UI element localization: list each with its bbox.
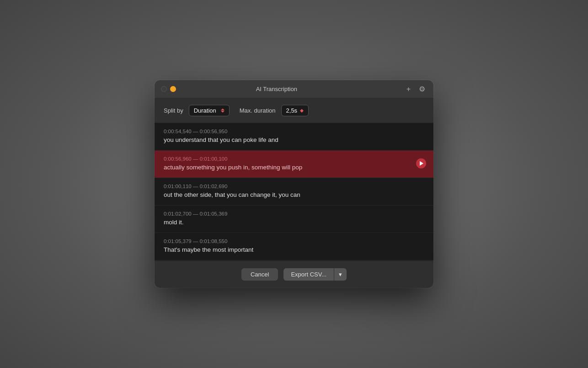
transcript-item[interactable]: 0:01:05,379 — 0:01:08,550That's maybe th… <box>155 233 433 260</box>
chevron-up-icon <box>221 108 225 110</box>
split-by-select[interactable]: Duration <box>189 105 230 116</box>
transcript-timestamp: 0:01:05,379 — 0:01:08,550 <box>164 238 424 244</box>
chevron-down-icon: ▾ <box>339 271 342 278</box>
window-title: AI Transcription <box>155 86 400 92</box>
transcript-timestamp: 0:01:02,700 — 0:01:05,369 <box>164 211 424 216</box>
play-icon-wrapper <box>416 158 426 168</box>
transcript-list: 0:00:54,540 — 0:00:56,950you understand … <box>155 123 433 260</box>
cancel-button[interactable]: Cancel <box>241 268 278 281</box>
transcript-item[interactable]: 0:01:02,700 — 0:01:05,369mold it. <box>155 206 433 233</box>
split-by-value: Duration <box>194 107 216 114</box>
export-button-group: Export CSV... ▾ <box>283 268 347 281</box>
export-dropdown-button[interactable]: ▾ <box>334 268 347 281</box>
settings-button[interactable]: ⚙ <box>417 84 427 94</box>
transcript-timestamp: 0:00:54,540 — 0:00:56,950 <box>164 129 424 134</box>
chevron-down-icon <box>221 111 225 113</box>
transcript-text: you understand that you can poke life an… <box>164 136 424 145</box>
add-button[interactable]: + <box>405 84 412 94</box>
transcript-text: mold it. <box>164 218 424 227</box>
transcript-item[interactable]: 0:01:00,110 — 0:01:02,690out the other s… <box>155 178 433 206</box>
title-bar: AI Transcription + ⚙ <box>155 80 433 98</box>
toolbar: Split by Duration Max. duration 2,5s <box>155 98 433 123</box>
transcript-text: out the other side, that you can change … <box>164 191 424 200</box>
max-duration-value: 2,5s <box>286 107 298 114</box>
max-duration-label: Max. duration <box>240 107 276 114</box>
export-csv-button[interactable]: Export CSV... <box>283 268 334 281</box>
app-window: AI Transcription + ⚙ Split by Duration M… <box>155 80 433 287</box>
transcript-item[interactable]: 0:00:54,540 — 0:00:56,950you understand … <box>155 123 433 151</box>
play-triangle-icon <box>420 161 423 166</box>
split-by-label: Split by <box>164 107 183 114</box>
transcript-item[interactable]: 0:00:56,960 — 0:01:00,100actually someth… <box>155 151 433 178</box>
title-bar-actions: + ⚙ <box>405 84 427 94</box>
duration-chevrons <box>300 109 304 113</box>
transcript-timestamp: 0:01:00,110 — 0:01:02,690 <box>164 184 424 189</box>
transcript-timestamp: 0:00:56,960 — 0:01:00,100 <box>164 156 424 162</box>
max-duration-select[interactable]: 2,5s <box>281 105 309 116</box>
play-icon[interactable] <box>416 158 426 168</box>
footer: Cancel Export CSV... ▾ <box>155 260 433 288</box>
chevron-down-icon <box>300 111 304 113</box>
split-by-chevrons <box>221 108 225 113</box>
transcript-text: That's maybe the most important <box>164 246 424 254</box>
transcript-text: actually something you push in, somethin… <box>164 163 424 172</box>
